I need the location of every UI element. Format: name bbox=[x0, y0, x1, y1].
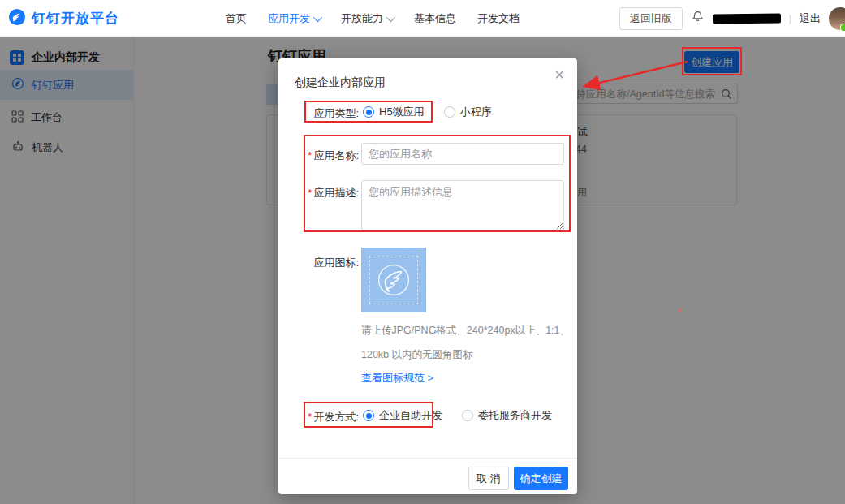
radio-outsource-develop[interactable] bbox=[462, 410, 473, 421]
app-desc-textarea[interactable] bbox=[361, 180, 564, 230]
radio-miniprogram[interactable] bbox=[444, 106, 455, 118]
icon-hint-line2: 120kb 以内的无圆角图标 bbox=[361, 348, 473, 362]
radio-label[interactable]: H5微应用 bbox=[379, 105, 425, 119]
logout-link[interactable]: 退出 bbox=[800, 11, 821, 26]
radio-self-develop[interactable] bbox=[363, 410, 374, 421]
dev-mode-radio-group: 企业自助开发 委托服务商开发 bbox=[363, 408, 552, 423]
confirm-create-button[interactable]: 确定创建 bbox=[514, 467, 568, 490]
bell-icon[interactable] bbox=[691, 10, 705, 27]
chevron-down-icon bbox=[313, 12, 322, 21]
nav-item-app-dev[interactable]: 应用开发 bbox=[268, 11, 320, 26]
modal-footer: 取 消 确定创建 bbox=[278, 458, 577, 494]
annotation-stray-dot bbox=[678, 308, 682, 312]
create-app-modal: 创建企业内部应用 × 应用类型: H5微应用 小程序 *应用名称: *应用描述:… bbox=[278, 58, 577, 494]
screen: 钉钉应用 创建应用 试 44 用 企业内部开发 钉钉应用 工作台 bbox=[0, 0, 845, 504]
brand[interactable]: 钉钉开放平台 bbox=[8, 0, 119, 37]
radio-label[interactable]: 小程序 bbox=[460, 105, 492, 119]
app-icon-upload[interactable] bbox=[361, 248, 426, 312]
user-avatar[interactable] bbox=[829, 7, 845, 30]
close-icon[interactable]: × bbox=[554, 67, 564, 83]
dingtalk-logo-icon bbox=[8, 8, 26, 29]
nav-item-basic-info[interactable]: 基本信息 bbox=[414, 11, 456, 26]
brand-name: 钉钉开放平台 bbox=[32, 9, 119, 28]
redacted-username bbox=[713, 13, 781, 24]
modal-title: 创建企业内部应用 bbox=[295, 75, 386, 90]
app-name-input[interactable] bbox=[361, 143, 564, 165]
app-desc-label: *应用描述: bbox=[278, 186, 359, 200]
dev-mode-label: *开发方式: bbox=[278, 410, 359, 424]
icon-crop-guides bbox=[369, 256, 418, 304]
nav-item-home[interactable]: 首页 bbox=[226, 11, 247, 26]
chevron-down-icon bbox=[386, 12, 395, 21]
app-type-label: 应用类型: bbox=[278, 106, 359, 121]
radio-label[interactable]: 企业自助开发 bbox=[379, 408, 442, 423]
app-icon-label: 应用图标: bbox=[278, 256, 359, 270]
cancel-button[interactable]: 取 消 bbox=[468, 467, 509, 490]
nav-right-cluster: 返回旧版 | 退出 bbox=[619, 0, 845, 37]
nav-item-capabilities[interactable]: 开放能力 bbox=[341, 11, 393, 26]
nav-separator: | bbox=[789, 13, 791, 24]
nav-links: 首页 应用开发 开放能力 基本信息 开发文档 bbox=[226, 0, 520, 37]
icon-spec-link[interactable]: 查看图标规范 > bbox=[361, 371, 433, 386]
icon-hint-line1: 请上传JPG/PNG格式、240*240px以上、1:1、 bbox=[361, 324, 570, 338]
nav-item-dev-docs[interactable]: 开发文档 bbox=[477, 11, 520, 26]
app-name-label: *应用名称: bbox=[278, 149, 359, 163]
app-type-radio-group: H5微应用 小程序 bbox=[363, 105, 492, 119]
top-navbar: 钉钉开放平台 首页 应用开发 开放能力 基本信息 开发文档 返回旧版 | 退出 bbox=[0, 0, 845, 37]
back-to-old-version-button[interactable]: 返回旧版 bbox=[619, 7, 683, 30]
radio-label[interactable]: 委托服务商开发 bbox=[478, 408, 552, 423]
radio-h5-microapp[interactable] bbox=[363, 106, 374, 118]
